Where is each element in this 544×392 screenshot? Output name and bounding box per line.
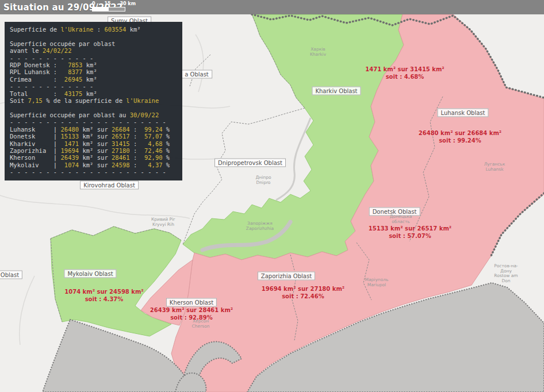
annotation-line: 26480 km² sur 26684 km² bbox=[419, 130, 501, 137]
scale-label-0: 0 bbox=[92, 1, 95, 6]
oblast-label-kherson: Kherson Oblast bbox=[166, 298, 217, 307]
panel-line: - - - - - - - - - - - - bbox=[10, 55, 177, 62]
city-label-luhansk-city: ЛуганськLuhansk bbox=[484, 162, 505, 172]
city-label-kharkiv-city: ХарківKharkiv bbox=[310, 47, 326, 57]
annotation-line: 19694 km² sur 27180 km² bbox=[262, 286, 344, 293]
city-label-dnipro-city: ДніпроDnipro bbox=[255, 175, 271, 185]
oblast-label-poltava-partial: a Oblast bbox=[181, 70, 212, 79]
scale-segment-white bbox=[93, 7, 109, 11]
panel-line: Kherson | 26439 km² sur 28461 : 92,90 % bbox=[10, 154, 177, 161]
panel-line: Crimea : 26945 km² bbox=[10, 76, 177, 83]
occupation-annotation-donetsk: 15133 km² sur 26517 km²soit : 57.07% bbox=[369, 225, 451, 240]
annotation-line: 1074 km² sur 24598 km² bbox=[64, 289, 143, 296]
panel-line: Superficie occupée par oblast bbox=[10, 40, 177, 47]
annotation-line: soit : 4.68% bbox=[365, 74, 444, 81]
panel-line: Superficie de l'Ukraine : 603554 km² bbox=[10, 26, 177, 33]
oblast-label-luhansk: Luhansk Oblast bbox=[438, 109, 489, 117]
city-label-donetsk-city: Донецькаобласть bbox=[390, 214, 412, 224]
city-label-rostov-city: Ростов-на-ДонуRostow amDon bbox=[494, 264, 518, 283]
map-screenshot: Sumy Oblasta OblastKharkiv OblastLuhansk… bbox=[0, 0, 544, 392]
panel-line: Zaporizhia | 19694 km² sur 27180 : 72,46… bbox=[10, 147, 177, 154]
panel-line bbox=[10, 33, 177, 40]
oblast-label-odesa-partial: Oblast bbox=[0, 271, 22, 279]
city-label-line: Luhansk bbox=[484, 167, 505, 172]
city-label-line: Cherson bbox=[192, 324, 210, 329]
panel-line: Superficie occupée par oblast au 30/09/2… bbox=[10, 112, 177, 118]
annotation-line: soit : 4.37% bbox=[64, 296, 143, 303]
panel-line: Luhansk | 26480 km² sur 26684 : 99,24 % bbox=[10, 126, 177, 133]
city-label-kryvyi-rih-city: Кривий РігKryvyi Rih bbox=[151, 217, 175, 227]
city-label-line: область bbox=[390, 219, 412, 224]
panel-line: Total : 43175 km² bbox=[10, 90, 177, 97]
annotation-line: soit : 57.07% bbox=[369, 233, 451, 240]
oblast-label-kharkiv: Kharkiv Oblast bbox=[312, 87, 361, 95]
panel-line: RPL Luhansk : 8377 km² bbox=[10, 68, 177, 75]
top-bar: Situation au 29/09/2022 bbox=[0, 0, 544, 14]
city-label-line: Dnipro bbox=[255, 180, 271, 185]
panel-line: Soit 7,15 % de la superficie de l'Ukrain… bbox=[10, 97, 177, 104]
panel-line: avant le 24/02/22 bbox=[10, 47, 177, 54]
oblast-label-zaporizhia: Zaporizhia Oblast bbox=[258, 272, 315, 280]
panel-line bbox=[10, 104, 177, 111]
annotation-line: soit : 72.46% bbox=[262, 293, 344, 301]
oblast-label-dnipropetrovsk: Dnipropetrovsk Oblast bbox=[214, 159, 286, 167]
panel-line: Kharkiv | 1471 km² sur 31415 : 4,68 % bbox=[10, 140, 177, 147]
statistics-panel: Superficie de l'Ukraine : 603554 km² Sup… bbox=[5, 22, 182, 180]
scale-label-30km: 30 km bbox=[120, 1, 136, 6]
annotation-line: 15133 km² sur 26517 km² bbox=[369, 225, 451, 233]
city-label-line: Mariupol bbox=[365, 282, 388, 287]
panel-line: RDP Donetsk : 7853 km² bbox=[10, 62, 177, 68]
oblast-label-mykolaiv: Mykolaiv Oblast bbox=[64, 270, 116, 278]
scale-segment-gray bbox=[109, 7, 125, 11]
oblast-label-kirovohrad: Kirovohrad Oblast bbox=[80, 181, 139, 190]
panel-line: - - - - - - - - - - - - - - - - - - - - … bbox=[10, 118, 177, 125]
occupation-annotation-zaporizhia: 19694 km² sur 27180 km²soit : 72.46% bbox=[262, 286, 344, 300]
occupation-annotation-mykolaiv: 1074 km² sur 24598 km²soit : 4.37% bbox=[64, 289, 143, 303]
city-label-zaporizhzhia-city: ЗапоріжжяZaporizhzhia bbox=[246, 221, 274, 231]
panel-line: Mykolaiv | 1074 km² sur 24598 : 4,37 % bbox=[10, 162, 177, 168]
city-label-line: Kharkiv bbox=[310, 52, 326, 57]
scale-label-15: 15 bbox=[104, 1, 110, 6]
occupation-annotation-kharkiv: 1471 km² sur 31415 km²soit : 4.68% bbox=[365, 66, 444, 80]
panel-line: - - - - - - - - - - - - - - - - - - - - … bbox=[10, 168, 177, 175]
city-label-line: Zaporizhzhia bbox=[246, 226, 274, 231]
annotation-line: 26439 km² sur 28461 km² bbox=[150, 307, 233, 314]
annotation-line: soit : 99.24% bbox=[419, 137, 501, 145]
city-label-line: Kryvyi Rih bbox=[151, 222, 175, 227]
scale-bar: 0 15 30 km bbox=[92, 1, 136, 11]
city-label-kherson-city: ХерсонCherson bbox=[192, 319, 210, 329]
panel-line: Donetsk | 15133 km² sur 26517 : 57,07 % bbox=[10, 133, 177, 140]
city-label-mariupol-city: МаріупольMariupol bbox=[365, 278, 388, 287]
occupation-annotation-luhansk: 26480 km² sur 26684 km²soit : 99.24% bbox=[419, 130, 501, 144]
city-label-line: Don bbox=[494, 279, 518, 284]
scale-bar-graphic bbox=[92, 7, 125, 11]
panel-line: - - - - - - - - - - - - bbox=[10, 83, 177, 90]
annotation-line: 1471 km² sur 31415 km² bbox=[365, 66, 444, 74]
